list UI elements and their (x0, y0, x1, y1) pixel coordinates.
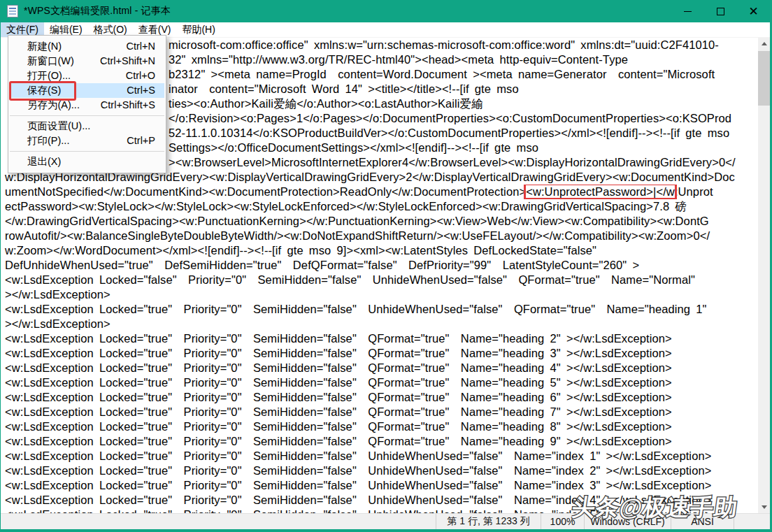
editor-line: <w:LsdException Locked="true" Priority="… (1, 361, 756, 375)
menu-item-label: 保存(S) (27, 83, 61, 98)
vertical-scrollbar[interactable] (758, 38, 770, 513)
menu-item-new[interactable]: 新建(N) Ctrl+N (8, 39, 166, 54)
unprotect-password-annotation-box: <w:UnprotectPassword>|</w (526, 185, 675, 198)
menu-item-exit[interactable]: 退出(X) (8, 154, 166, 169)
editor-line: <w:LsdException Locked="true" Priority="… (1, 463, 756, 478)
editor-line: <w:LsdException Locked="true" Priority="… (1, 478, 756, 493)
file-menu-dropdown: 新建(N) Ctrl+N 新窗口(W) Ctrl+Shift+N 打开(O)..… (8, 35, 166, 173)
menu-item-shortcut: Ctrl+P (127, 134, 155, 148)
statusbar-line-ending: Windows (CRLF) (584, 514, 671, 529)
menu-separator (10, 151, 164, 152)
menu-item-label: 另存为(A)... (27, 98, 80, 113)
scrollbar-thumb[interactable] (758, 51, 770, 106)
editor-line: <w:LsdException Locked="true" Priority="… (1, 390, 756, 405)
close-icon: ✕ (748, 6, 758, 17)
chevron-up-icon (762, 42, 767, 45)
editor-line: DefUnhideWhenUsed="true" DefSemiHidden="… (1, 258, 756, 273)
menu-item-label: 退出(X) (27, 154, 61, 169)
editor-line: <w:LsdException Locked="true" Priority="… (1, 375, 756, 390)
editor-line: ></w:LsdException> (1, 317, 756, 331)
editor-line: ectPassword><w:StyleLock></w:StyleLock><… (1, 199, 756, 214)
editor-line: ></w:LsdException> (1, 287, 756, 302)
line-pre: umentNotSpecified</w:DocumentKind><w:Doc… (5, 185, 526, 198)
menu-item-shortcut: Ctrl+N (127, 39, 156, 54)
menu-help[interactable]: 帮助(H) (176, 22, 220, 37)
window-title: *WPS文档编辑受限.html - 记事本 (24, 5, 171, 17)
menu-item-shortcut: Ctrl+Shift+S (101, 98, 155, 113)
menu-item-save-as[interactable]: 另存为(A)... Ctrl+Shift+S (8, 98, 166, 113)
window-controls: ✕ (671, 0, 770, 22)
menu-separator (10, 115, 164, 116)
menu-item-open[interactable]: 打开(O)... Ctrl+O (8, 69, 166, 83)
menu-item-save[interactable]: 保存(S) Ctrl+S (10, 83, 164, 98)
editor-line: <w:LsdException Locked="true" Priority="… (1, 493, 756, 508)
editor-line: <w:LsdException Locked="true" Priority="… (1, 419, 756, 434)
scroll-up-button[interactable] (758, 38, 770, 50)
notepad-window: *WPS文档编辑受限.html - 记事本 ✕ 文件(F) 编辑(E) 格式(O… (0, 0, 772, 532)
scroll-down-button[interactable] (758, 501, 770, 513)
notepad-icon (7, 5, 18, 17)
statusbar: 第 1 行, 第 1233 列 100% Windows (CRLF) ANSI (1, 513, 770, 529)
editor-line: <w:LsdException Locked="true" Priority="… (1, 331, 756, 346)
menu-item-label: 打开(O)... (27, 69, 71, 83)
menu-item-print[interactable]: 打印(P)... Ctrl+P (8, 134, 166, 148)
editor-line: <w:LsdException Locked="true" Priority="… (1, 449, 756, 463)
menu-item-shortcut: Ctrl+Shift+N (100, 54, 155, 69)
menu-item-page-setup[interactable]: 页面设置(U)... (8, 119, 166, 134)
maximize-button[interactable] (704, 0, 737, 22)
editor-line: </w:DrawingGridVerticalSpacing><w:Punctu… (1, 214, 756, 229)
editor-line: <w:LsdException Locked="true" Priority="… (1, 405, 756, 419)
editor-line: <w:LsdException Locked="true" Priority="… (1, 346, 756, 361)
menu-item-label: 新建(N) (27, 39, 62, 54)
close-button[interactable]: ✕ (737, 0, 770, 22)
editor-line: <w:LsdException Locked="true" Priority="… (1, 302, 756, 317)
menu-item-label: 打印(P)... (27, 134, 69, 148)
chevron-down-icon (762, 505, 767, 509)
editor-line: <w:LsdException Locked="true" Priority="… (1, 434, 756, 449)
editor-line: w:Zoom></w:WordDocument></xml><![endif]-… (1, 243, 756, 258)
line-post: :Unprot (675, 185, 713, 198)
menu-item-shortcut: Ctrl+O (126, 69, 155, 83)
statusbar-encoding: ANSI (671, 514, 734, 529)
menu-item-label: 页面设置(U)... (27, 119, 90, 134)
statusbar-spacer (734, 514, 770, 529)
menu-item-label: 新窗口(W) (27, 54, 74, 69)
minimize-button[interactable] (671, 0, 704, 22)
minimize-icon (684, 11, 692, 12)
titlebar: *WPS文档编辑受限.html - 记事本 ✕ (1, 0, 770, 22)
editor-line: rowAutofit/><w:BalanceSingleByteDoubleBy… (1, 229, 756, 243)
editor-line: <w:LsdException Locked="false" Priority=… (1, 273, 756, 287)
menu-item-new-window[interactable]: 新窗口(W) Ctrl+Shift+N (8, 54, 166, 69)
statusbar-cursor-position: 第 1 行, 第 1233 列 (436, 514, 541, 529)
maximize-icon (717, 8, 724, 15)
editor-line-unprotect-password: umentNotSpecified</w:DocumentKind><w:Doc… (1, 185, 756, 199)
statusbar-zoom-level: 100% (541, 514, 584, 529)
editor-line: <w:LsdException Locked="true" Priority="… (1, 508, 756, 513)
menu-item-shortcut: Ctrl+S (127, 83, 155, 98)
